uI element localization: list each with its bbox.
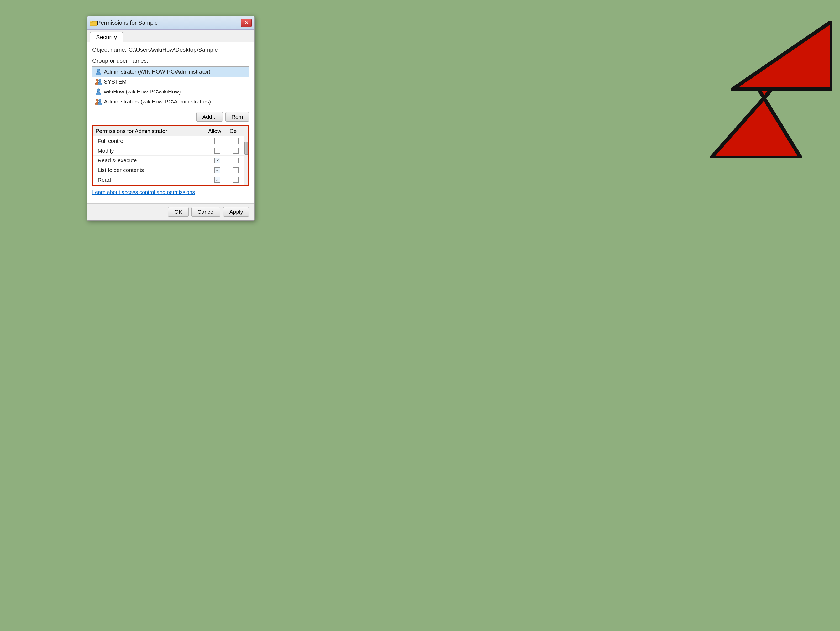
deny-checkbox-list-folder[interactable] — [233, 167, 238, 173]
tab-bar: Security — [87, 30, 254, 42]
scrollbar[interactable] — [243, 136, 248, 185]
close-button[interactable]: ✕ — [241, 19, 252, 27]
bottom-buttons: OK Cancel Apply — [87, 203, 254, 220]
permissions-header-label: Permissions for Administrator — [96, 128, 204, 134]
allow-checkbox-list-folder[interactable]: ✓ — [215, 167, 220, 173]
user-name: SYSTEM — [104, 79, 126, 85]
perm-allow-cell[interactable] — [207, 148, 228, 153]
scrollbar-thumb[interactable] — [245, 142, 248, 155]
deny-checkbox-read[interactable] — [233, 177, 238, 183]
perm-name: Full control — [98, 138, 207, 144]
folder-icon — [90, 20, 97, 26]
perm-row-read: Read ✓ — [93, 175, 248, 185]
svg-point-3 — [97, 69, 100, 72]
perm-deny-cell[interactable] — [228, 167, 243, 173]
tab-security[interactable]: Security — [90, 32, 123, 42]
perm-row-modify: Modify — [93, 146, 248, 156]
permissions-header: Permissions for Administrator Allow De — [93, 126, 248, 136]
svg-point-12 — [98, 99, 101, 102]
perm-name: List folder contents — [98, 167, 207, 173]
svg-point-14 — [98, 102, 102, 105]
apply-button[interactable]: Apply — [223, 207, 249, 217]
add-remove-row: Add... Rem — [92, 112, 249, 122]
perm-allow-cell[interactable]: ✓ — [207, 167, 228, 173]
perm-row-list-folder: List folder contents ✓ — [93, 165, 248, 175]
allow-checkbox-modify[interactable] — [215, 148, 220, 153]
object-name-row: Object name: C:\Users\wikiHow\Desktop\Sa… — [92, 46, 249, 53]
deny-checkbox-full-control[interactable] — [233, 138, 238, 144]
remove-button[interactable]: Rem — [226, 112, 249, 122]
perm-row-full-control: Full control — [93, 136, 248, 146]
deny-checkbox-modify[interactable] — [233, 148, 238, 153]
svg-point-8 — [98, 82, 102, 85]
permissions-body: Full control Modify — [93, 136, 248, 185]
add-button[interactable]: Add... — [196, 112, 223, 122]
user-name: Administrator (WIKIHOW-PC\Administrator) — [104, 68, 210, 75]
perm-allow-cell[interactable]: ✓ — [207, 177, 228, 183]
perm-deny-cell[interactable] — [228, 177, 243, 183]
cancel-button[interactable]: Cancel — [191, 207, 221, 217]
allow-header: Allow — [204, 128, 225, 134]
perm-name: Read & execute — [98, 157, 207, 164]
dialog-title: Permissions for Sample — [97, 19, 241, 26]
svg-marker-15 — [711, 21, 832, 158]
svg-rect-2 — [90, 21, 92, 22]
svg-point-9 — [97, 89, 100, 92]
perm-deny-cell[interactable] — [228, 148, 243, 153]
allow-checkbox-full-control[interactable] — [215, 138, 220, 144]
group-icon — [95, 98, 102, 105]
user-name: Administrators (wikiHow-PC\Administrator… — [104, 98, 211, 105]
permissions-section: Permissions for Administrator Allow De F… — [92, 125, 249, 186]
group-icon — [95, 78, 102, 85]
red-arrow — [680, 21, 832, 158]
dialog-window: Permissions for Sample ✕ Security Object… — [87, 16, 255, 221]
svg-point-10 — [96, 92, 101, 95]
list-item[interactable]: wikiHow (wikiHow-PC\wikiHow) — [92, 87, 249, 96]
deny-header: De — [225, 128, 241, 134]
perm-row-read-execute: Read & execute ✓ — [93, 156, 248, 165]
list-item[interactable]: Administrators (wikiHow-PC\Administrator… — [92, 96, 249, 107]
svg-point-6 — [98, 79, 101, 82]
svg-point-4 — [96, 72, 101, 75]
user-list-box: Administrator (WIKIHOW-PC\Administrator)… — [92, 66, 249, 108]
perm-allow-cell[interactable] — [207, 138, 228, 144]
list-item[interactable]: Administrator (WIKIHOW-PC\Administrator) — [92, 67, 249, 77]
perm-name: Read — [98, 177, 207, 183]
user-single-icon — [95, 88, 102, 95]
perm-deny-cell[interactable] — [228, 138, 243, 144]
deny-checkbox-read-execute[interactable] — [233, 158, 238, 163]
user-name: wikiHow (wikiHow-PC\wikiHow) — [104, 89, 181, 95]
object-name-value: C:\Users\wikiHow\Desktop\Sample — [129, 46, 218, 53]
object-name-label: Object name: — [92, 46, 126, 53]
allow-checkbox-read[interactable]: ✓ — [215, 177, 220, 183]
allow-checkbox-read-execute[interactable]: ✓ — [215, 158, 220, 163]
perm-allow-cell[interactable]: ✓ — [207, 158, 228, 163]
ok-button[interactable]: OK — [168, 207, 189, 217]
group-label: Group or user names: — [92, 57, 249, 64]
learn-link[interactable]: Learn about access control and permissio… — [92, 189, 249, 195]
perm-name: Modify — [98, 147, 207, 154]
user-single-icon — [95, 68, 102, 75]
title-bar: Permissions for Sample ✕ — [87, 16, 254, 30]
list-item[interactable]: SYSTEM — [92, 77, 249, 87]
perm-deny-cell[interactable] — [228, 158, 243, 163]
dialog-body: Object name: C:\Users\wikiHow\Desktop\Sa… — [87, 42, 254, 203]
